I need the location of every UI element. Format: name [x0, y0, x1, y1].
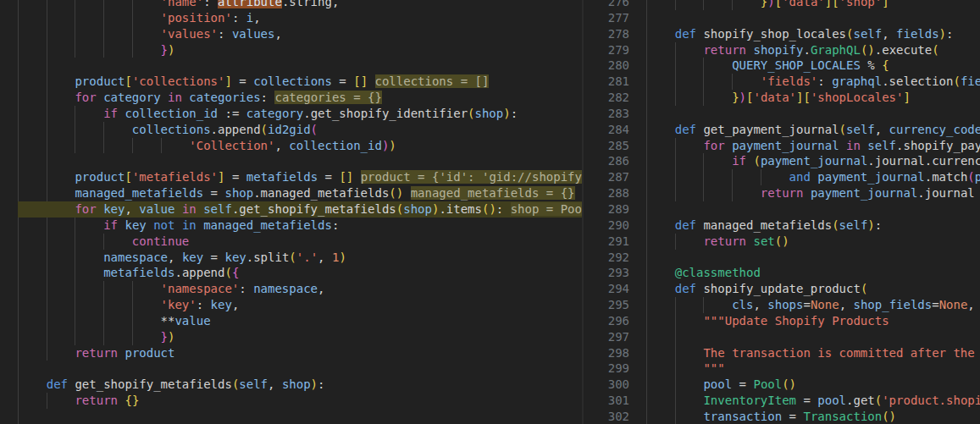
- code-line[interactable]: })['data']['shopLocales']: [646, 90, 980, 106]
- line-number[interactable]: 301: [584, 393, 646, 409]
- code-line[interactable]: 'fields': graphql.selection(fields),: [646, 74, 980, 90]
- code-line[interactable]: return payment_journal.journal: [646, 185, 980, 201]
- line-number[interactable]: 297: [584, 329, 646, 345]
- code-line[interactable]: [18, 58, 582, 74]
- line-number[interactable]: 300: [584, 377, 646, 393]
- code-token: (): [861, 43, 875, 57]
- code-line[interactable]: 'values': values,: [18, 26, 582, 42]
- code-token: 'shopLocales': [811, 91, 904, 104]
- code-line[interactable]: The transaction is committed after the u…: [646, 345, 980, 361]
- line-number[interactable]: 292: [584, 250, 646, 266]
- editor-pane-right[interactable]: 2762772782792802812822832842852862872882…: [584, 0, 980, 424]
- code-token: """: [703, 361, 724, 375]
- line-number[interactable]: 299: [584, 361, 646, 377]
- line-number[interactable]: 284: [584, 122, 646, 138]
- line-number[interactable]: 281: [584, 74, 646, 90]
- code-line[interactable]: 'position': i,: [18, 10, 582, 26]
- line-number[interactable]: 295: [584, 297, 646, 313]
- code-token: return: [703, 43, 753, 57]
- code-line[interactable]: [18, 153, 582, 169]
- code-token: .journal: [917, 186, 974, 200]
- code-token: pool: [817, 394, 846, 407]
- editor-pane-left[interactable]: 'name': attribute.string, 'position': i,…: [0, 0, 582, 424]
- line-number[interactable]: 302: [584, 409, 646, 424]
- code-line[interactable]: """: [646, 361, 980, 377]
- code-line[interactable]: product['metafields'] = metafields = [] …: [18, 169, 582, 185]
- code-line[interactable]: if key not in managed_metafields:: [18, 218, 582, 234]
- code-line[interactable]: def shopify_shop_locales(self, fields):: [646, 26, 980, 42]
- code-line[interactable]: namespace, key = key.split('.', 1): [18, 250, 582, 266]
- code-line[interactable]: if collection_id := category.get_shopify…: [18, 106, 582, 122]
- code-line[interactable]: continue: [18, 234, 582, 250]
- code-line[interactable]: }): [18, 329, 582, 345]
- code-token: ): [311, 377, 318, 391]
- code-line[interactable]: [646, 329, 980, 345]
- line-number-gutter: 2762772782792802812822832842852862872882…: [584, 0, 646, 424]
- code-token: [18, 346, 75, 360]
- code-line[interactable]: cls, shops=None, shop_fields=None,: [646, 297, 980, 313]
- code-token: ): [389, 139, 396, 152]
- code-line[interactable]: return {}: [18, 393, 582, 409]
- code-line[interactable]: pool = Pool(): [646, 377, 980, 393]
- code-line[interactable]: })['data']['shop']: [646, 0, 980, 10]
- code-line[interactable]: [18, 409, 582, 424]
- code-line[interactable]: [646, 250, 980, 266]
- code-line[interactable]: managed_metafields = shop.managed_metafi…: [18, 185, 582, 201]
- code-line[interactable]: 'Collection', collection_id)): [18, 138, 582, 154]
- code-line[interactable]: @classmethod: [646, 265, 980, 281]
- line-number[interactable]: 276: [584, 0, 646, 10]
- line-number[interactable]: 282: [584, 90, 646, 106]
- code-token: ][: [796, 91, 811, 104]
- code-token: (: [261, 123, 268, 136]
- code-line[interactable]: InventoryItem = pool.get('product.shopif…: [646, 393, 980, 409]
- line-number[interactable]: 298: [584, 345, 646, 361]
- line-number[interactable]: 289: [584, 201, 646, 218]
- code-token: 'fields': [761, 74, 817, 88]
- line-number[interactable]: 286: [584, 153, 646, 169]
- code-line[interactable]: return product: [18, 345, 582, 361]
- code-line[interactable]: 'namespace': namespace,: [18, 281, 582, 297]
- code-line[interactable]: collections.append(id2gid(: [18, 122, 582, 138]
- code-line[interactable]: def managed_metafields(self):: [646, 218, 980, 234]
- code-line[interactable]: QUERY_SHOP_LOCALES % {: [646, 58, 980, 74]
- line-number[interactable]: 290: [584, 218, 646, 234]
- line-number[interactable]: 288: [584, 185, 646, 201]
- code-line[interactable]: **value: [18, 313, 582, 329]
- code-line[interactable]: def shopify_update_product(: [646, 281, 980, 297]
- code-line[interactable]: 'key': key,: [18, 297, 582, 313]
- line-number[interactable]: 285: [584, 138, 646, 154]
- code-token: .string,: [282, 0, 339, 8]
- code-line[interactable]: [646, 106, 980, 122]
- code-token: not in: [153, 218, 203, 232]
- line-number[interactable]: 279: [584, 42, 646, 58]
- code-line[interactable]: [646, 10, 980, 26]
- code-line[interactable]: if (payment_journal.journal.currency.cod…: [646, 153, 980, 169]
- line-number[interactable]: 291: [584, 234, 646, 250]
- code-line[interactable]: return shopify.GraphQL().execute(: [646, 42, 980, 58]
- code-line[interactable]: def get_shopify_metafields(self, shop):: [18, 377, 582, 393]
- line-number[interactable]: 277: [584, 10, 646, 26]
- code-line[interactable]: 'name': attribute.string,: [18, 0, 582, 10]
- line-number[interactable]: 293: [584, 265, 646, 281]
- code-line[interactable]: [18, 361, 582, 377]
- code-token: [18, 218, 103, 232]
- code-line[interactable]: for payment_journal in self.shopify_paym…: [646, 138, 980, 154]
- code-line[interactable]: """Update Shopify Products: [646, 313, 980, 329]
- line-number[interactable]: 296: [584, 313, 646, 329]
- code-line-current[interactable]: for key, value in self.get_shopify_metaf…: [18, 201, 582, 218]
- code-token: {: [882, 58, 889, 72]
- code-line[interactable]: transaction = Transaction(): [646, 409, 980, 424]
- line-number[interactable]: 278: [584, 26, 646, 42]
- code-line[interactable]: def get_payment_journal(self, currency_c…: [646, 122, 980, 138]
- line-number[interactable]: 287: [584, 169, 646, 185]
- code-line[interactable]: [646, 201, 980, 218]
- code-line[interactable]: }): [18, 42, 582, 58]
- code-line[interactable]: for category in categories: categories =…: [18, 90, 582, 106]
- code-line[interactable]: product['collections'] = collections = […: [18, 74, 582, 90]
- code-line[interactable]: and payment_journal.match(pattern)):: [646, 169, 980, 185]
- line-number[interactable]: 283: [584, 106, 646, 122]
- code-line[interactable]: metafields.append({: [18, 265, 582, 281]
- line-number[interactable]: 294: [584, 281, 646, 297]
- code-line[interactable]: return set(): [646, 234, 980, 250]
- line-number[interactable]: 280: [584, 58, 646, 74]
